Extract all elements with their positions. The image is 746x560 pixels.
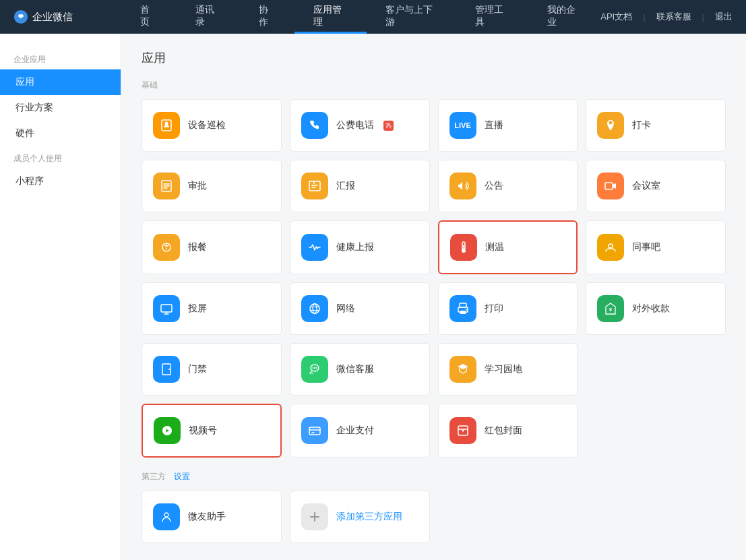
nav-tools[interactable]: 管理工具	[456, 0, 528, 34]
app-card-learn[interactable]: 学习园地	[438, 343, 578, 396]
nav-home[interactable]: 首页	[121, 0, 177, 34]
app-card-door[interactable]: 门禁	[142, 343, 282, 396]
app-name-colleague: 同事吧	[632, 241, 660, 253]
sidebar-item-apps[interactable]: 应用	[0, 69, 121, 95]
app-icon-video	[154, 417, 181, 444]
app-name-door: 门禁	[188, 363, 207, 375]
app-name-video: 视频号	[189, 425, 217, 437]
sidebar-item-industry[interactable]: 行业方案	[0, 95, 121, 121]
app-card-inspect[interactable]: 设备巡检	[142, 99, 282, 152]
special-apps-grid: 视频号 企业支付 红包封面	[142, 404, 726, 458]
app-icon-health	[301, 234, 328, 261]
app-card-mofriend[interactable]: 微友助手	[142, 491, 282, 543]
app-card-health[interactable]: 健康上报	[290, 220, 430, 274]
app-card-meeting[interactable]: 会议室	[586, 160, 726, 212]
app-icon-meeting	[597, 173, 624, 199]
api-doc-link[interactable]: API文档	[600, 11, 632, 23]
logout-link[interactable]: 退出	[715, 11, 733, 23]
section-third-label: 第三方	[142, 471, 166, 483]
app-card-report[interactable]: 汇报	[290, 160, 430, 212]
app-card-redenv[interactable]: 红包封面	[438, 404, 578, 458]
app-icon-temp	[450, 234, 477, 261]
svg-point-19	[168, 369, 170, 370]
nav-contacts[interactable]: 通讯录	[177, 0, 240, 34]
app-name-phone: 公费电话	[336, 119, 374, 131]
app-name-live: 直播	[485, 119, 503, 131]
contact-support-link[interactable]: 联系客服	[656, 11, 691, 23]
app-name-mofriend: 微友助手	[188, 511, 226, 523]
svg-point-16	[466, 309, 467, 311]
svg-point-9	[462, 249, 466, 253]
sidebar-section-personal: 成员个人使用	[0, 146, 121, 168]
app-card-payout[interactable]: ¥ 对外收款	[586, 282, 726, 335]
page-title: 应用	[142, 50, 726, 66]
nav-app-mgmt[interactable]: 应用管理	[294, 0, 367, 34]
svg-rect-13	[460, 303, 466, 307]
sidebar-item-hardware[interactable]: 硬件	[0, 121, 121, 146]
app-icon-screen	[153, 295, 180, 322]
third-party-header: 第三方 设置	[142, 471, 726, 483]
app-name-print: 打印	[485, 303, 503, 315]
sidebar: 企业应用 应用 行业方案 硬件 成员个人使用 小程序	[0, 34, 121, 560]
logo: 企业微信	[13, 9, 121, 24]
app-name-checkin: 打卡	[632, 119, 651, 131]
nav-customer[interactable]: 客户与上下游	[367, 0, 456, 34]
app-icon-inspect	[153, 112, 180, 139]
app-card-temp[interactable]: 测温	[438, 220, 578, 274]
app-name-screen: 投屏	[188, 303, 207, 315]
app-icon-payout: ¥	[597, 295, 624, 322]
app-name-report: 汇报	[336, 180, 355, 192]
third-party-settings-link[interactable]: 设置	[174, 471, 190, 483]
nav-collab[interactable]: 协作	[240, 0, 295, 34]
app-icon-announce	[449, 173, 476, 199]
app-icon-checkin	[597, 112, 624, 139]
app-card-network[interactable]: 网络	[290, 282, 430, 335]
app-icon-approve	[153, 173, 180, 199]
app-icon-wechat-svc	[301, 356, 328, 383]
svg-rect-4	[309, 181, 320, 191]
app-name-meeting: 会议室	[632, 180, 660, 192]
app-icon-colleague	[597, 234, 624, 261]
app-name-inspect: 设备巡检	[188, 119, 226, 131]
app-icon-redenv	[449, 417, 476, 444]
svg-point-23	[315, 367, 317, 369]
app-card-checkin[interactable]: 打卡	[586, 99, 726, 152]
app-name-add-third: 添加第三方应用	[336, 511, 402, 523]
svg-rect-15	[460, 311, 466, 314]
app-card-food[interactable]: 报餐	[142, 220, 282, 274]
hot-badge: 热	[383, 121, 394, 131]
app-card-live[interactable]: LIVE 直播	[438, 99, 578, 152]
svg-rect-11	[161, 305, 172, 312]
svg-point-7	[166, 248, 167, 249]
app-icon-add	[301, 503, 328, 530]
app-card-announce[interactable]: 公告	[438, 160, 578, 212]
app-name-redenv: 红包封面	[485, 425, 522, 437]
basic-apps-grid: 设备巡检 公费电话 热 LIVE 直播 打卡	[142, 99, 726, 396]
svg-point-26	[164, 513, 168, 517]
app-name-bizpay: 企业支付	[336, 425, 374, 437]
app-card-print[interactable]: 打印	[438, 282, 578, 335]
layout: 企业应用 应用 行业方案 硬件 成员个人使用 小程序 应用 基础 设备巡检 公费…	[0, 34, 746, 560]
app-name-temp: 测温	[485, 241, 504, 253]
app-card-colleague[interactable]: 同事吧	[586, 220, 726, 274]
app-icon-bizpay	[301, 417, 328, 444]
svg-rect-5	[605, 183, 613, 189]
app-card-add-third[interactable]: 添加第三方应用	[290, 491, 430, 543]
app-card-screen[interactable]: 投屏	[142, 282, 282, 335]
app-name-network: 网络	[336, 303, 355, 315]
svg-rect-24	[309, 427, 320, 435]
app-card-wechat-svc[interactable]: 微信客服	[290, 343, 430, 396]
svg-point-22	[314, 367, 315, 369]
app-card-bizpay[interactable]: 企业支付	[290, 404, 430, 458]
sidebar-item-miniapp[interactable]: 小程序	[0, 168, 121, 194]
app-card-approve[interactable]: 审批	[142, 160, 282, 212]
sidebar-section-enterprise: 企业应用	[0, 47, 121, 69]
svg-point-12	[310, 304, 319, 313]
app-card-video[interactable]: 视频号	[142, 404, 282, 458]
app-icon-print	[449, 295, 476, 322]
app-icon-learn	[449, 356, 476, 383]
svg-text:¥: ¥	[609, 307, 613, 313]
main-content: 应用 基础 设备巡检 公费电话 热 LIVE 直播	[121, 34, 746, 560]
app-card-phone[interactable]: 公费电话 热	[290, 99, 430, 152]
nav-mycompany[interactable]: 我的企业	[528, 0, 600, 34]
